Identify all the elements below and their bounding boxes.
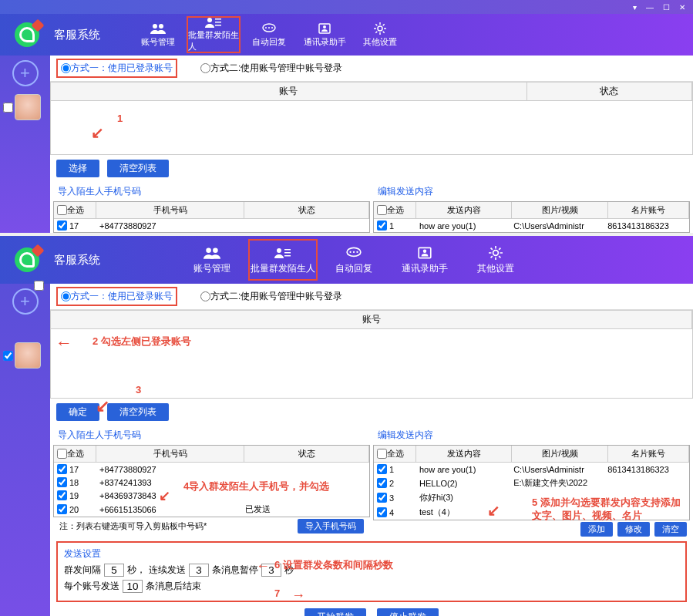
start-send-button[interactable]: 开始群发: [304, 608, 366, 616]
edit-content-button[interactable]: 修改: [617, 522, 650, 537]
interval-input[interactable]: [104, 564, 124, 577]
pause-input[interactable]: [261, 564, 281, 577]
select-all-phone-checkbox[interactable]: [57, 205, 67, 215]
import-phone-button[interactable]: 导入手机号码: [298, 519, 364, 534]
account-table-header: 账号 状态: [50, 82, 693, 101]
content-row[interactable]: 2HELLO(2)E:\新建文件夹\2022: [374, 476, 689, 490]
content-row[interactable]: 4test（4）: [374, 505, 689, 520]
svg-point-0: [153, 24, 157, 29]
nav-other-settings[interactable]: 其他设置: [461, 239, 530, 281]
edit-panel-title: 编辑发送内容: [373, 182, 690, 201]
minimize-icon[interactable]: —: [646, 3, 654, 12]
continuous-input[interactable]: [189, 564, 209, 577]
svg-point-24: [423, 249, 426, 252]
titlebar: ▾ — ☐ ✕: [0, 0, 693, 14]
app-title: 客服系统: [54, 28, 100, 42]
app-title: 客服系统: [54, 253, 100, 268]
maximize-icon[interactable]: ☐: [663, 3, 670, 12]
account-table-body: [50, 101, 693, 155]
phone-row[interactable]: 19+84369373843: [54, 489, 369, 502]
account-table-body: [50, 329, 693, 399]
svg-point-11: [323, 25, 326, 29]
mode-option-1[interactable]: 方式一：使用已登录账号: [56, 59, 177, 78]
select-all-phone-checkbox[interactable]: [57, 449, 67, 459]
select-button[interactable]: 选择: [56, 160, 99, 177]
account-checkbox[interactable]: [3, 103, 13, 113]
per-account-input[interactable]: [123, 580, 143, 593]
phone-row[interactable]: 18+8374241393: [54, 476, 369, 489]
phone-row[interactable]: 20+66615135066已发送: [54, 502, 369, 517]
svg-point-14: [213, 247, 218, 253]
content-row[interactable]: 1 how are you(1) C:\Users\Administr 8613…: [374, 219, 689, 232]
send-settings-panel: 发送设置 群发间隔 秒， 连续发送 条消息暂停 秒 每个账号发送 条消息后结束: [56, 541, 687, 602]
select-all-content-checkbox[interactable]: [377, 449, 387, 459]
svg-point-13: [206, 247, 211, 253]
sidebar: +: [0, 284, 50, 616]
nav-contact-helper[interactable]: 通讯录助手: [390, 239, 459, 281]
add-content-button[interactable]: 添加: [580, 522, 613, 537]
phone-row[interactable]: 17 +84773880927: [54, 219, 369, 232]
svg-rect-18: [284, 255, 291, 257]
svg-rect-17: [284, 252, 291, 254]
import-panel-title: 导入陌生人手机号码: [53, 182, 370, 201]
mode-option-2[interactable]: 方式二:使用账号管理中账号登录: [200, 62, 342, 75]
svg-point-12: [378, 26, 382, 31]
select-all-content-checkbox[interactable]: [377, 205, 387, 215]
nav-account-mgmt[interactable]: 账号管理: [131, 16, 185, 53]
confirm-button[interactable]: 确定: [56, 403, 99, 421]
svg-rect-3: [215, 19, 221, 20]
nav-auto-reply[interactable]: 自动回复: [242, 16, 296, 53]
sidebar: +: [0, 56, 50, 233]
svg-point-2: [207, 18, 212, 22]
svg-point-21: [353, 251, 355, 252]
title-dropdown-icon[interactable]: ▾: [633, 3, 637, 12]
clear-list-button[interactable]: 清空列表: [107, 403, 169, 421]
svg-point-25: [493, 250, 499, 255]
nav-auto-reply[interactable]: 自动回复: [319, 239, 389, 281]
clear-content-button[interactable]: 清空: [654, 522, 687, 537]
clear-list-button[interactable]: 清空列表: [107, 160, 169, 177]
close-icon[interactable]: ✕: [679, 3, 685, 12]
note-text: 注：列表右键选项可导入剪贴板中号码*: [53, 519, 213, 534]
account-avatar[interactable]: [15, 94, 41, 120]
account-table-header: 账号: [50, 310, 693, 329]
svg-point-15: [277, 248, 281, 253]
content-row[interactable]: 3你好hi(3): [374, 490, 689, 505]
stop-send-button[interactable]: 停止群发: [377, 608, 439, 616]
account-checkbox[interactable]: [3, 351, 13, 361]
mode-option-2[interactable]: 方式二:使用账号管理中账号登录: [200, 290, 342, 303]
header: 客服系统 账号管理 批量群发陌生人 自动回复 通讯录助手 其他设置: [0, 14, 693, 56]
app-logo-icon: [15, 22, 39, 47]
top-checkbox[interactable]: [34, 281, 44, 291]
nav-bulk-send[interactable]: 批量群发陌生人: [248, 239, 318, 281]
edit-panel-title: 编辑发送内容: [373, 426, 690, 445]
nav-contact-helper[interactable]: 通讯录助手: [298, 16, 352, 53]
svg-point-9: [271, 27, 273, 29]
app-logo-icon: [15, 247, 39, 272]
svg-point-20: [349, 251, 351, 252]
svg-point-7: [265, 27, 267, 29]
svg-rect-16: [284, 249, 291, 251]
phone-row[interactable]: 17+84773880927: [54, 463, 369, 476]
add-account-button[interactable]: +: [12, 60, 39, 86]
svg-point-22: [356, 251, 358, 252]
import-panel-title: 导入陌生人手机号码: [53, 426, 370, 445]
svg-rect-4: [215, 22, 221, 23]
nav-other-settings[interactable]: 其他设置: [353, 16, 407, 53]
nav-account-mgmt[interactable]: 账号管理: [177, 239, 247, 281]
account-avatar[interactable]: [15, 342, 41, 369]
mode-option-1[interactable]: 方式一：使用已登录账号: [56, 287, 177, 306]
svg-point-8: [268, 27, 270, 29]
content-row[interactable]: 1how are you(1)C:\Users\Administr8613413…: [374, 463, 689, 476]
svg-point-1: [159, 24, 163, 29]
svg-rect-5: [215, 25, 221, 26]
header: 客服系统 账号管理 批量群发陌生人 自动回复 通讯录助手 其他设置: [0, 236, 693, 284]
nav-bulk-send[interactable]: 批量群发陌生人: [187, 16, 241, 53]
